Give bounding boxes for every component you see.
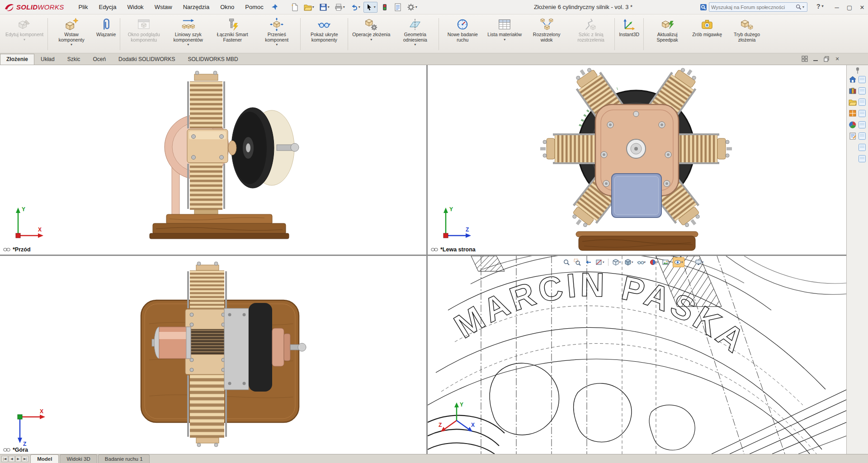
- pane-tab-icon[interactable]: [858, 75, 867, 84]
- save-icon[interactable]: ▾: [317, 2, 331, 13]
- pane-tab-icon[interactable]: [858, 86, 867, 95]
- doc-close-icon[interactable]: ✕: [834, 55, 841, 62]
- pane-tab-icon[interactable]: [858, 154, 867, 163]
- custom-properties-icon[interactable]: [848, 132, 857, 141]
- menu-narzedzia[interactable]: Narzędzia: [179, 2, 214, 12]
- arrange-windows-icon[interactable]: [801, 55, 808, 62]
- exploded-view-button[interactable]: Rozstrzelony widok: [524, 16, 569, 52]
- component-preview-button[interactable]: Okno podglądu komponentu: [122, 16, 166, 52]
- save-caret-icon[interactable]: ▾: [328, 5, 330, 9]
- viewport-left[interactable]: Y Z *Lewa strona: [428, 65, 846, 255]
- insert-components-button[interactable]: Wstaw komponenty ▾: [49, 16, 94, 52]
- tab-zlozenie[interactable]: Złożenie: [0, 54, 34, 65]
- search-icon[interactable]: [796, 4, 802, 10]
- display-pane-icon[interactable]: ▾: [693, 257, 705, 267]
- doc-minimize-icon[interactable]: [812, 55, 819, 62]
- tab-badanie-ruchu[interactable]: Badanie ruchu 1: [98, 454, 150, 463]
- motion-study-button[interactable]: Nowe badanie ruchu: [440, 16, 485, 52]
- view-settings-icon[interactable]: ▾: [673, 257, 684, 267]
- zoom-to-area-icon[interactable]: [572, 257, 582, 267]
- crank-hub[interactable]: [627, 139, 646, 158]
- menu-plik[interactable]: Plik: [74, 2, 93, 12]
- hide-show-items-icon[interactable]: ▾: [636, 257, 647, 267]
- mid-fins[interactable]: [191, 329, 224, 354]
- tab-szkic[interactable]: Szkic: [61, 54, 87, 65]
- tab-dodatki-solidworks[interactable]: Dodatki SOLIDWORKS: [112, 54, 181, 65]
- engine-side-view[interactable]: [150, 71, 299, 239]
- speedpak-button[interactable]: Aktualizuj Speedpak: [645, 16, 689, 52]
- undo-caret-icon[interactable]: ▾: [359, 5, 360, 9]
- flywheel[interactable]: [231, 108, 274, 188]
- instant3d-button[interactable]: Instant3D: [616, 16, 642, 52]
- sight-glass[interactable]: [612, 174, 661, 217]
- prev-tab-button[interactable]: ◀: [9, 456, 14, 462]
- viewport-splitter-horizontal[interactable]: [0, 255, 846, 256]
- copper-cylinder[interactable]: [152, 327, 191, 359]
- pulley[interactable]: [228, 141, 236, 155]
- flywheel-wireframe[interactable]: MARCIN PASKA: [428, 256, 846, 454]
- print-caret-icon[interactable]: ▾: [343, 5, 345, 9]
- assembly-features-button[interactable]: Operacje złożenia ▾: [349, 16, 393, 52]
- menu-wstaw[interactable]: Wstaw: [150, 2, 177, 12]
- reference-geometry-button[interactable]: Geometria odniesienia ▾: [393, 16, 437, 52]
- wooden-base[interactable]: [576, 232, 698, 250]
- tab-uklad[interactable]: Układ: [34, 54, 61, 65]
- viewport-splitter-vertical[interactable]: [426, 65, 428, 454]
- pane-tab-icon[interactable]: [858, 120, 867, 129]
- new-document-icon[interactable]: [289, 2, 301, 13]
- gear-block-top[interactable]: [185, 309, 230, 329]
- tab-widoki-3d[interactable]: Widoki 3D: [60, 454, 97, 463]
- minimize-button[interactable]: ─: [831, 1, 843, 13]
- file-properties-icon[interactable]: [392, 2, 404, 13]
- crankcase[interactable]: [187, 129, 228, 163]
- menu-pomoc[interactable]: Pomoc: [241, 2, 268, 12]
- tab-ocen[interactable]: Oceń: [86, 54, 112, 65]
- undo-icon[interactable]: ▾: [348, 2, 362, 13]
- task-pane-pin[interactable]: [847, 65, 868, 75]
- options-caret-icon[interactable]: ▾: [415, 5, 417, 9]
- apply-scene-icon[interactable]: ▾: [660, 257, 672, 267]
- first-tab-button[interactable]: |◀: [1, 456, 8, 462]
- pane-tab-icon[interactable]: [858, 143, 867, 152]
- view-palette-icon[interactable]: [848, 109, 857, 118]
- options-gear-icon[interactable]: ▾: [405, 2, 419, 13]
- menu-widok[interactable]: Widok: [123, 2, 148, 12]
- menu-okno[interactable]: Okno: [216, 2, 239, 12]
- snapshot-button[interactable]: Zrób migawkę: [689, 16, 725, 52]
- select-cursor-icon[interactable]: ▾: [363, 2, 377, 13]
- edit-component-button[interactable]: Edytuj komponent ▾: [3, 16, 46, 52]
- section-view-icon[interactable]: ▾: [594, 257, 606, 267]
- display-style-icon[interactable]: ▾: [623, 257, 635, 267]
- cylinder-bottom[interactable]: [187, 374, 227, 447]
- crankshaft[interactable]: [277, 145, 292, 151]
- print-icon[interactable]: ▾: [333, 2, 347, 13]
- help-caret-icon[interactable]: ▾: [822, 5, 824, 8]
- flywheel-edge[interactable]: [249, 303, 272, 392]
- cylinder-top[interactable]: [187, 262, 227, 309]
- doc-restore-icon[interactable]: [823, 55, 830, 62]
- tab-model[interactable]: Model: [30, 454, 59, 463]
- edit-appearance-icon[interactable]: ▾: [648, 257, 660, 267]
- viewport-iso[interactable]: MARCIN PASKA ▾ ▾ ▾ ▾ ▾ ▾ ▾ ▾: [428, 256, 846, 454]
- open-icon[interactable]: ▾: [302, 2, 316, 13]
- top-view-canvas[interactable]: [0, 256, 426, 454]
- search-input[interactable]: [711, 5, 796, 10]
- large-assembly-button[interactable]: Tryb dużego złożenia: [725, 16, 769, 52]
- zoom-to-fit-icon[interactable]: [561, 257, 571, 267]
- mate-button[interactable]: Wiązanie: [94, 16, 118, 52]
- file-explorer-icon[interactable]: [848, 98, 857, 107]
- pane-tab-icon[interactable]: [858, 109, 867, 118]
- engraving-text[interactable]: MARCIN PASKA: [448, 266, 754, 361]
- move-component-button[interactable]: Przenieś komponent ▾: [255, 16, 299, 52]
- pane-tab-icon[interactable]: [858, 98, 867, 107]
- iso-wireframe-canvas[interactable]: MARCIN PASKA: [428, 256, 846, 454]
- smart-fastener-button[interactable]: Łączniki Smart Fastener: [210, 16, 255, 52]
- view-orientation-icon[interactable]: ▾: [611, 257, 623, 267]
- shaft-knob[interactable]: [291, 143, 299, 151]
- gear-block-bottom[interactable]: [185, 354, 230, 374]
- left-view-canvas[interactable]: [428, 65, 846, 255]
- resources-icon[interactable]: [848, 75, 857, 84]
- close-button[interactable]: ✕: [856, 1, 868, 13]
- rebuild-icon[interactable]: [379, 2, 391, 13]
- tab-solidworks-mbd[interactable]: SOLIDWORKS MBD: [181, 54, 244, 65]
